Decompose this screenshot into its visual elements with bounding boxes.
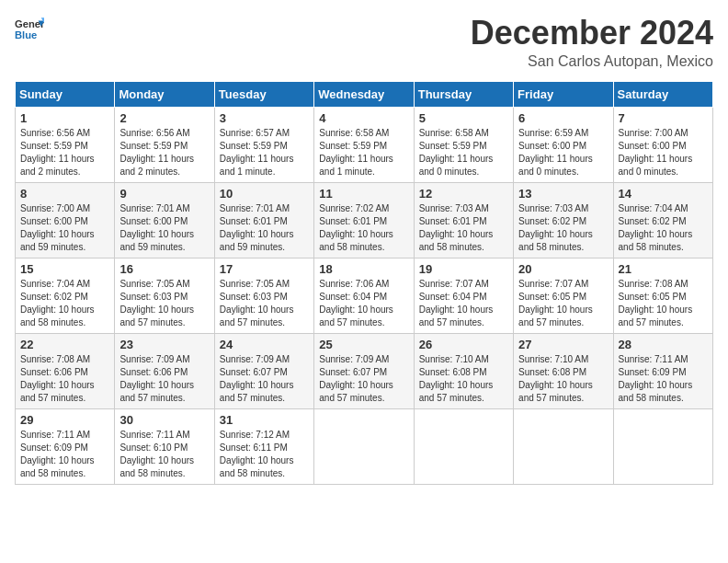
day-number: 13 (518, 187, 608, 201)
day-info: Sunrise: 7:05 AMSunset: 6:03 PMDaylight:… (220, 278, 309, 329)
day-info: Sunrise: 7:00 AMSunset: 6:00 PMDaylight:… (619, 127, 708, 178)
day-number: 4 (319, 111, 408, 125)
day-info: Sunrise: 7:03 AMSunset: 6:02 PMDaylight:… (518, 202, 608, 254)
calendar-week-row: 29Sunrise: 7:11 AMSunset: 6:09 PMDayligh… (16, 408, 713, 484)
day-info: Sunrise: 7:09 AMSunset: 6:06 PMDaylight:… (119, 353, 209, 405)
calendar-week-row: 1Sunrise: 6:56 AMSunset: 5:59 PMDaylight… (16, 107, 713, 182)
day-number: 18 (319, 262, 408, 276)
day-info: Sunrise: 7:05 AMSunset: 6:03 PMDaylight:… (119, 278, 209, 329)
day-info: Sunrise: 6:56 AMSunset: 5:59 PMDaylight:… (20, 127, 109, 178)
day-info: Sunrise: 7:10 AMSunset: 6:08 PMDaylight:… (518, 353, 608, 405)
day-number: 22 (20, 338, 109, 351)
calendar-day-cell: 4Sunrise: 6:58 AMSunset: 5:59 PMDaylight… (314, 107, 414, 182)
calendar-day-cell: 12Sunrise: 7:03 AMSunset: 6:01 PMDayligh… (414, 182, 513, 258)
day-info: Sunrise: 7:00 AMSunset: 6:00 PMDaylight:… (20, 202, 109, 254)
calendar-week-row: 8Sunrise: 7:00 AMSunset: 6:00 PMDaylight… (16, 182, 713, 258)
day-info: Sunrise: 7:12 AMSunset: 6:11 PMDaylight:… (220, 429, 309, 480)
calendar-week-row: 22Sunrise: 7:08 AMSunset: 6:06 PMDayligh… (16, 333, 713, 408)
calendar-day-cell: 26Sunrise: 7:10 AMSunset: 6:08 PMDayligh… (414, 333, 513, 408)
day-number: 20 (518, 262, 608, 276)
day-info: Sunrise: 6:57 AMSunset: 5:59 PMDaylight:… (220, 127, 309, 178)
calendar-day-cell: 21Sunrise: 7:08 AMSunset: 6:05 PMDayligh… (613, 258, 712, 333)
day-info: Sunrise: 7:11 AMSunset: 6:09 PMDaylight:… (20, 429, 109, 480)
day-number: 25 (319, 338, 408, 351)
day-info: Sunrise: 7:03 AMSunset: 6:01 PMDaylight:… (419, 202, 508, 254)
day-number: 7 (619, 111, 708, 125)
calendar-day-cell: 19Sunrise: 7:07 AMSunset: 6:04 PMDayligh… (414, 258, 513, 333)
logo: General Blue (15, 15, 44, 44)
calendar-day-cell: 20Sunrise: 7:07 AMSunset: 6:05 PMDayligh… (514, 258, 613, 333)
day-number: 27 (518, 338, 608, 351)
day-number: 12 (419, 187, 508, 201)
day-info: Sunrise: 7:08 AMSunset: 6:05 PMDaylight:… (619, 278, 708, 329)
day-info: Sunrise: 7:07 AMSunset: 6:05 PMDaylight:… (518, 278, 608, 329)
calendar-day-cell: 22Sunrise: 7:08 AMSunset: 6:06 PMDayligh… (16, 333, 115, 408)
day-info: Sunrise: 6:59 AMSunset: 6:00 PMDaylight:… (518, 127, 608, 178)
title-area: December 2024 San Carlos Autopan, Mexico (471, 15, 713, 70)
day-number: 17 (220, 262, 309, 276)
calendar-day-cell: 18Sunrise: 7:06 AMSunset: 6:04 PMDayligh… (314, 258, 414, 333)
day-info: Sunrise: 7:09 AMSunset: 6:07 PMDaylight:… (220, 353, 309, 405)
calendar-day-cell (514, 408, 613, 484)
calendar-day-cell: 7Sunrise: 7:00 AMSunset: 6:00 PMDaylight… (613, 107, 712, 182)
calendar-day-cell: 29Sunrise: 7:11 AMSunset: 6:09 PMDayligh… (16, 408, 115, 484)
calendar-day-cell (613, 408, 712, 484)
day-number: 26 (419, 338, 508, 351)
calendar-day-cell: 6Sunrise: 6:59 AMSunset: 6:00 PMDaylight… (514, 107, 613, 182)
col-monday: Monday (115, 81, 214, 107)
day-number: 2 (119, 111, 209, 125)
calendar-day-cell: 13Sunrise: 7:03 AMSunset: 6:02 PMDayligh… (514, 182, 613, 258)
calendar-day-cell: 31Sunrise: 7:12 AMSunset: 6:11 PMDayligh… (214, 408, 313, 484)
day-number: 5 (419, 111, 508, 125)
day-number: 15 (20, 262, 109, 276)
month-title: December 2024 (471, 15, 713, 52)
calendar-day-cell: 25Sunrise: 7:09 AMSunset: 6:07 PMDayligh… (314, 333, 414, 408)
calendar-day-cell: 2Sunrise: 6:56 AMSunset: 5:59 PMDaylight… (115, 107, 214, 182)
day-number: 1 (20, 111, 109, 125)
calendar-day-cell: 27Sunrise: 7:10 AMSunset: 6:08 PMDayligh… (514, 333, 613, 408)
day-number: 21 (619, 262, 708, 276)
day-info: Sunrise: 7:08 AMSunset: 6:06 PMDaylight:… (20, 353, 109, 405)
day-number: 19 (419, 262, 508, 276)
day-info: Sunrise: 7:11 AMSunset: 6:10 PMDaylight:… (119, 429, 209, 480)
day-info: Sunrise: 7:11 AMSunset: 6:09 PMDaylight:… (619, 353, 708, 405)
calendar-day-cell: 8Sunrise: 7:00 AMSunset: 6:00 PMDaylight… (16, 182, 115, 258)
day-number: 16 (119, 262, 209, 276)
day-info: Sunrise: 6:58 AMSunset: 5:59 PMDaylight:… (419, 127, 508, 178)
calendar-table: Sunday Monday Tuesday Wednesday Thursday… (15, 81, 713, 485)
calendar-day-cell: 10Sunrise: 7:01 AMSunset: 6:01 PMDayligh… (214, 182, 313, 258)
calendar-day-cell: 15Sunrise: 7:04 AMSunset: 6:02 PMDayligh… (16, 258, 115, 333)
day-number: 10 (220, 187, 309, 201)
day-number: 23 (119, 338, 209, 351)
calendar-day-cell: 24Sunrise: 7:09 AMSunset: 6:07 PMDayligh… (214, 333, 313, 408)
col-thursday: Thursday (414, 81, 513, 107)
svg-text:General: General (15, 18, 44, 29)
calendar-day-cell: 30Sunrise: 7:11 AMSunset: 6:10 PMDayligh… (115, 408, 214, 484)
day-number: 8 (20, 187, 109, 201)
col-saturday: Saturday (613, 81, 712, 107)
svg-text:Blue: Blue (15, 29, 37, 40)
day-number: 28 (619, 338, 708, 351)
day-info: Sunrise: 7:02 AMSunset: 6:01 PMDaylight:… (319, 202, 408, 254)
calendar-day-cell: 16Sunrise: 7:05 AMSunset: 6:03 PMDayligh… (115, 258, 214, 333)
calendar-day-cell: 14Sunrise: 7:04 AMSunset: 6:02 PMDayligh… (613, 182, 712, 258)
day-info: Sunrise: 6:56 AMSunset: 5:59 PMDaylight:… (119, 127, 209, 178)
day-number: 6 (518, 111, 608, 125)
location-title: San Carlos Autopan, Mexico (471, 53, 713, 70)
day-info: Sunrise: 7:06 AMSunset: 6:04 PMDaylight:… (319, 278, 408, 329)
col-tuesday: Tuesday (214, 81, 313, 107)
calendar-day-cell: 23Sunrise: 7:09 AMSunset: 6:06 PMDayligh… (115, 333, 214, 408)
col-sunday: Sunday (16, 81, 115, 107)
day-number: 9 (119, 187, 209, 201)
calendar-day-cell (414, 408, 513, 484)
col-wednesday: Wednesday (314, 81, 414, 107)
calendar-day-cell: 5Sunrise: 6:58 AMSunset: 5:59 PMDaylight… (414, 107, 513, 182)
day-number: 31 (220, 413, 309, 427)
logo-icon: General Blue (15, 15, 44, 44)
page-header: General Blue December 2024 San Carlos Au… (15, 15, 713, 70)
day-number: 24 (220, 338, 309, 351)
day-info: Sunrise: 7:07 AMSunset: 6:04 PMDaylight:… (419, 278, 508, 329)
day-number: 30 (119, 413, 209, 427)
day-number: 14 (619, 187, 708, 201)
day-number: 3 (220, 111, 309, 125)
